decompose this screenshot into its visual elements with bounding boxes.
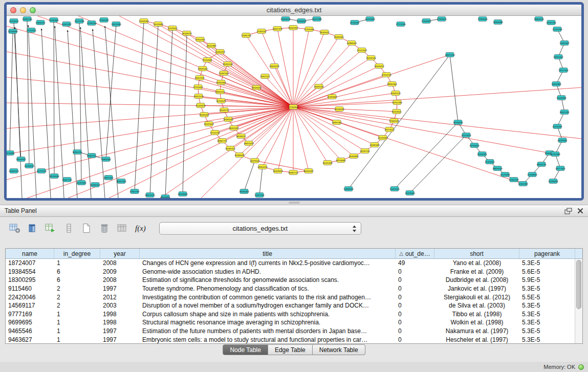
new-file-icon[interactable] <box>80 222 93 234</box>
network-canvas[interactable]: 1316958214019688150792521634827417810916… <box>7 16 581 198</box>
table-body: 1872400712008Changes of HCN gene express… <box>6 259 582 344</box>
row-tool-icon[interactable] <box>62 222 75 234</box>
table-row[interactable]: 911546021997Tourette syndrome. Phenomeno… <box>6 285 582 293</box>
cell-title: Tourette syndrome. Phenomenology and cla… <box>140 285 396 293</box>
network-window-titlebar[interactable]: citations_edges.txt <box>7 5 581 16</box>
column-header-out_degree[interactable]: △out_de… <box>396 249 434 258</box>
table-row[interactable]: 969969511998Structural magnetic resonanc… <box>6 318 582 327</box>
new-column-icon[interactable] <box>44 222 57 234</box>
svg-text:45297828: 45297828 <box>76 182 86 184</box>
svg-text:22110942: 22110942 <box>203 59 212 61</box>
svg-text:10945134: 10945134 <box>22 18 32 20</box>
svg-text:40745967: 40745967 <box>378 137 388 139</box>
svg-text:49777600: 49777600 <box>555 167 565 170</box>
svg-text:19433320: 19433320 <box>334 36 344 38</box>
svg-text:16348274: 16348274 <box>182 32 192 35</box>
table-row[interactable]: 2242004622012Investigating the contribut… <box>6 293 582 301</box>
function-builder-icon[interactable]: f(x) <box>134 224 147 233</box>
svg-text:44854555: 44854555 <box>257 166 268 168</box>
svg-text:14019688: 14019688 <box>153 23 163 26</box>
svg-text:48646765: 48646765 <box>536 163 547 166</box>
cell-in_degree: 2 <box>54 301 100 310</box>
cell-in_degree: 1 <box>54 310 100 319</box>
scrollbar-thumb[interactable] <box>576 260 581 309</box>
cell-name: 9699695 <box>6 318 54 327</box>
table-mode-icon[interactable] <box>8 222 21 234</box>
svg-text:12171788: 12171788 <box>74 20 84 23</box>
column-header-short[interactable]: short <box>434 249 519 258</box>
cell-title: Embryonic stem cells: a model to study s… <box>140 335 396 344</box>
tab-edge-table[interactable]: Edge Table <box>268 344 313 355</box>
window-title: citations_edges.txt <box>7 6 581 14</box>
column-header-year[interactable]: year <box>100 249 140 258</box>
svg-text:38320762: 38320762 <box>559 111 570 114</box>
node-table: namein_degreeyeartitle△out_de…shortpager… <box>5 248 583 344</box>
table-row[interactable]: 1830029562008Estimation of significance … <box>6 276 582 285</box>
svg-text:17359524: 17359524 <box>437 18 447 20</box>
svg-text:27919733: 27919733 <box>381 74 391 76</box>
svg-text:52341383: 52341383 <box>518 183 528 185</box>
svg-text:50567136: 50567136 <box>254 194 265 196</box>
table-row[interactable]: 946554611997Estimation of the future num… <box>6 327 582 336</box>
svg-text:31328876: 31328876 <box>195 104 206 107</box>
svg-text:11158156: 11158156 <box>9 20 19 23</box>
svg-text:15608634: 15608634 <box>296 20 307 23</box>
cell-short: de Silva et al. (2003) <box>434 301 519 310</box>
show-columns-icon[interactable] <box>26 222 39 234</box>
svg-text:35225824: 35225824 <box>204 123 214 125</box>
cell-out_degree: 0 <box>396 318 434 327</box>
close-window-button[interactable] <box>10 7 16 13</box>
cell-name: 9115460 <box>6 285 54 293</box>
table-row[interactable]: 946362711997Embryonic stem cells: a mode… <box>6 335 582 344</box>
svg-text:17085532: 17085532 <box>256 30 267 33</box>
svg-text:47323301: 47323301 <box>485 161 495 163</box>
svg-text:26357117: 26357117 <box>260 75 270 78</box>
minimize-window-button[interactable] <box>20 7 26 13</box>
svg-text:39905571: 39905571 <box>86 155 97 157</box>
svg-text:27519037: 27519037 <box>193 86 203 89</box>
cell-year: 2008 <box>100 259 140 268</box>
close-panel-icon[interactable] <box>577 208 583 214</box>
cell-in_degree: 2 <box>54 293 100 301</box>
delete-icon[interactable] <box>98 222 111 234</box>
float-panel-icon[interactable] <box>564 208 572 214</box>
vertical-scrollbar[interactable] <box>575 259 582 343</box>
tab-network-table[interactable]: Network Table <box>313 344 365 355</box>
cell-name: 14569117 <box>6 301 54 310</box>
column-header-label: short <box>470 250 484 257</box>
svg-text:44670245: 44670245 <box>103 177 114 179</box>
svg-text:25657672: 25657672 <box>194 77 205 79</box>
cell-out_degree: 0 <box>396 310 434 319</box>
table-row[interactable]: 1938455462009Genome-wide association stu… <box>6 268 582 276</box>
svg-text:31832519: 31832519 <box>390 92 401 95</box>
panel-splitter[interactable] <box>0 201 588 205</box>
column-header-name[interactable]: name <box>6 249 54 258</box>
zoom-window-button[interactable] <box>30 7 36 13</box>
cell-year: 1998 <box>100 310 140 319</box>
table-row[interactable]: 977716911998Corpus callosum shape and si… <box>6 310 582 319</box>
table-panel: Table Panel <box>0 205 588 362</box>
svg-text:13236898: 13236898 <box>8 30 18 33</box>
column-header-pagerank[interactable]: pagerank <box>519 249 575 258</box>
cell-pagerank: 5.9E-5 <box>519 276 575 285</box>
cell-title: Disruption of a novel member of a sodium… <box>140 301 396 310</box>
cell-short: Nakamura et al. (1997) <box>434 327 519 336</box>
panel-title: Table Panel <box>5 207 37 214</box>
svg-text:49169828: 49169828 <box>178 193 188 195</box>
citation-network-graph[interactable]: 1316958214019688150792521634827417810916… <box>7 16 581 198</box>
svg-text:11566380: 11566380 <box>49 19 59 21</box>
import-table-icon[interactable] <box>116 222 129 234</box>
svg-text:17540870: 17540870 <box>421 20 431 23</box>
table-row[interactable]: 1872400712008Changes of HCN gene express… <box>6 259 582 268</box>
tab-node-table[interactable]: Node Table <box>223 344 268 355</box>
column-header-in_degree[interactable]: in_degree <box>54 249 100 258</box>
column-header-title[interactable]: title <box>140 249 396 258</box>
svg-text:44447722: 44447722 <box>62 179 72 181</box>
table-row[interactable]: 1456911722003Disruption of a novel membe… <box>6 301 582 310</box>
column-header-label: title <box>263 250 272 257</box>
memory-indicator <box>578 364 584 370</box>
svg-text:17240904: 17240904 <box>288 106 298 108</box>
table-source-select[interactable]: citations_edges.txt <box>159 222 361 235</box>
svg-text:42089433: 42089433 <box>234 154 245 157</box>
svg-text:24405079: 24405079 <box>269 65 279 68</box>
